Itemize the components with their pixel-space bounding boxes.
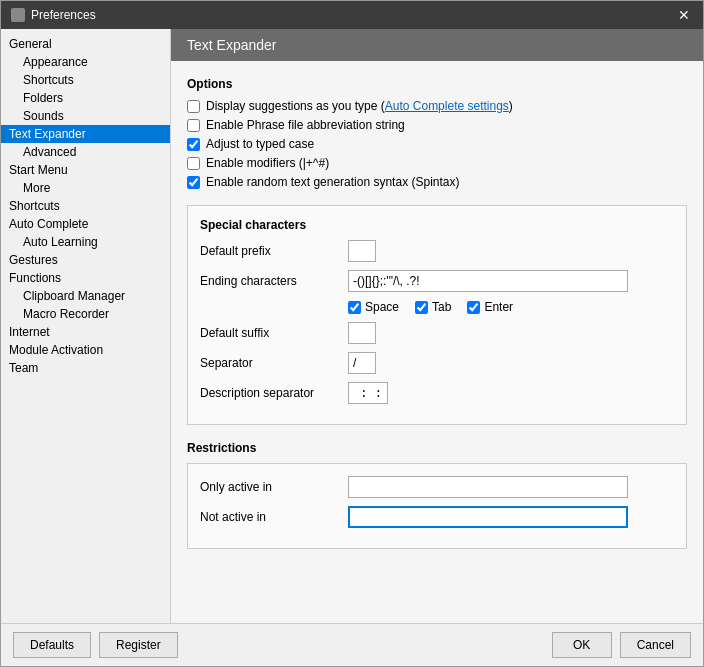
restriction-box: Only active in Not active in — [187, 463, 687, 549]
space-checkbox-item: Space — [348, 300, 399, 314]
space-label: Space — [365, 300, 399, 314]
content-area: General Appearance Shortcuts Folders Sou… — [1, 29, 703, 623]
sidebar: General Appearance Shortcuts Folders Sou… — [1, 29, 171, 623]
only-active-label: Only active in — [200, 480, 340, 494]
space-checkbox[interactable] — [348, 301, 361, 314]
register-button[interactable]: Register — [99, 632, 178, 658]
option-display-suggestions: Display suggestions as you type (Auto Co… — [187, 99, 687, 113]
desc-separator-label: Description separator — [200, 386, 340, 400]
panel-header: Text Expander — [171, 29, 703, 61]
enter-checkbox[interactable] — [467, 301, 480, 314]
option-enable-modifiers: Enable modifiers (|+^#) — [187, 156, 687, 170]
sidebar-item-team[interactable]: Team — [1, 359, 170, 377]
display-suggestions-checkbox[interactable] — [187, 100, 200, 113]
sidebar-item-module-activation[interactable]: Module Activation — [1, 341, 170, 359]
window-title: Preferences — [31, 8, 96, 22]
enable-modifiers-label: Enable modifiers (|+^#) — [206, 156, 329, 170]
ending-chars-row: Ending characters — [200, 270, 674, 292]
sidebar-item-shortcuts[interactable]: Shortcuts — [1, 71, 170, 89]
enter-label: Enter — [484, 300, 513, 314]
sidebar-item-advanced[interactable]: Advanced — [1, 143, 170, 161]
sidebar-item-auto-complete[interactable]: Auto Complete — [1, 215, 170, 233]
separator-row: Separator — [200, 352, 674, 374]
enable-phrase-checkbox[interactable] — [187, 119, 200, 132]
sidebar-item-appearance[interactable]: Appearance — [1, 53, 170, 71]
sidebar-item-gestures[interactable]: Gestures — [1, 251, 170, 269]
auto-complete-link[interactable]: Auto Complete settings — [385, 99, 509, 113]
restrictions-section: Restrictions Only active in Not active i… — [187, 441, 687, 549]
separator-input[interactable] — [348, 352, 376, 374]
sidebar-item-macro-recorder[interactable]: Macro Recorder — [1, 305, 170, 323]
enable-random-label: Enable random text generation syntax (Sp… — [206, 175, 459, 189]
ending-chars-label: Ending characters — [200, 274, 340, 288]
sidebar-item-more[interactable]: More — [1, 179, 170, 197]
footer-left: Defaults Register — [13, 632, 178, 658]
sidebar-item-shortcuts2[interactable]: Shortcuts — [1, 197, 170, 215]
default-suffix-row: Default suffix — [200, 322, 674, 344]
window-icon — [11, 8, 25, 22]
default-prefix-row: Default prefix — [200, 240, 674, 262]
footer: Defaults Register OK Cancel — [1, 623, 703, 666]
only-active-input[interactable] — [348, 476, 628, 498]
separator-label: Separator — [200, 356, 340, 370]
desc-separator-input[interactable] — [348, 382, 388, 404]
not-active-label: Not active in — [200, 510, 340, 524]
option-enable-random: Enable random text generation syntax (Sp… — [187, 175, 687, 189]
tab-checkbox[interactable] — [415, 301, 428, 314]
default-suffix-input[interactable] — [348, 322, 376, 344]
options-title: Options — [187, 77, 687, 91]
default-prefix-label: Default prefix — [200, 244, 340, 258]
main-panel: Text Expander Options Display suggestion… — [171, 29, 703, 623]
enable-phrase-label: Enable Phrase file abbreviation string — [206, 118, 405, 132]
sidebar-item-auto-learning[interactable]: Auto Learning — [1, 233, 170, 251]
enter-checkbox-item: Enter — [467, 300, 513, 314]
close-button[interactable]: ✕ — [675, 6, 693, 24]
not-active-row: Not active in — [200, 506, 674, 528]
ending-chars-input[interactable] — [348, 270, 628, 292]
option-adjust-case: Adjust to typed case — [187, 137, 687, 151]
tab-label: Tab — [432, 300, 451, 314]
default-suffix-label: Default suffix — [200, 326, 340, 340]
preferences-window: Preferences ✕ General Appearance Shortcu… — [0, 0, 704, 667]
sidebar-item-text-expander[interactable]: Text Expander — [1, 125, 170, 143]
sidebar-item-general[interactable]: General — [1, 35, 170, 53]
footer-right: OK Cancel — [552, 632, 691, 658]
tab-checkbox-item: Tab — [415, 300, 451, 314]
sidebar-item-sounds[interactable]: Sounds — [1, 107, 170, 125]
defaults-button[interactable]: Defaults — [13, 632, 91, 658]
enable-random-checkbox[interactable] — [187, 176, 200, 189]
cancel-button[interactable]: Cancel — [620, 632, 691, 658]
restrictions-title: Restrictions — [187, 441, 687, 455]
option-enable-phrase: Enable Phrase file abbreviation string — [187, 118, 687, 132]
adjust-case-checkbox[interactable] — [187, 138, 200, 151]
sidebar-item-internet[interactable]: Internet — [1, 323, 170, 341]
not-active-input[interactable] — [348, 506, 628, 528]
adjust-case-label: Adjust to typed case — [206, 137, 314, 151]
title-bar: Preferences ✕ — [1, 1, 703, 29]
space-tab-enter-group: Space Tab Enter — [348, 300, 674, 314]
enable-modifiers-checkbox[interactable] — [187, 157, 200, 170]
sidebar-item-start-menu[interactable]: Start Menu — [1, 161, 170, 179]
ok-button[interactable]: OK — [552, 632, 612, 658]
special-chars-title: Special characters — [200, 218, 674, 232]
options-section: Options Display suggestions as you type … — [187, 77, 687, 189]
default-prefix-input[interactable] — [348, 240, 376, 262]
only-active-row: Only active in — [200, 476, 674, 498]
desc-separator-row: Description separator — [200, 382, 674, 404]
title-bar-left: Preferences — [11, 8, 96, 22]
sidebar-item-folders[interactable]: Folders — [1, 89, 170, 107]
display-suggestions-label: Display suggestions as you type (Auto Co… — [206, 99, 513, 113]
panel-content: Options Display suggestions as you type … — [171, 61, 703, 623]
sidebar-item-clipboard-manager[interactable]: Clipboard Manager — [1, 287, 170, 305]
sidebar-item-functions[interactable]: Functions — [1, 269, 170, 287]
special-chars-section: Special characters Default prefix Ending… — [187, 205, 687, 425]
